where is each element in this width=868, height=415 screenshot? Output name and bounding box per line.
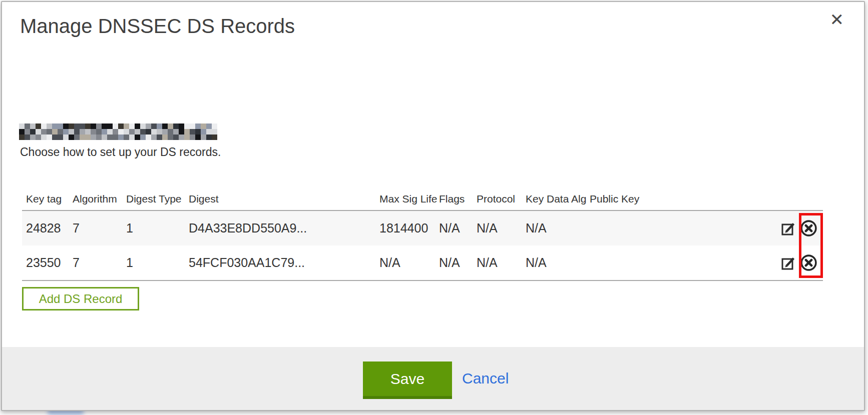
col-header-digest: Digest xyxy=(185,188,375,210)
delete-record-button[interactable] xyxy=(799,219,818,238)
cell-key-tag: 23550 xyxy=(22,246,69,280)
instruction-text: Choose how to set up your DS records. xyxy=(20,146,221,159)
circle-x-icon xyxy=(799,254,818,272)
cell-public-key xyxy=(586,210,774,246)
pencil-square-icon xyxy=(780,220,796,236)
cell-digest-type: 1 xyxy=(122,246,185,280)
cancel-link[interactable]: Cancel xyxy=(462,370,509,387)
cell-key-tag: 24828 xyxy=(22,210,69,246)
col-header-flags: Flags xyxy=(435,188,473,210)
cell-max-sig-life: N/A xyxy=(375,246,435,280)
modal-footer: Save Cancel xyxy=(2,347,864,410)
add-ds-record-button[interactable]: Add DS Record xyxy=(22,287,139,310)
table-row: 23550 7 1 54FCF030AA1C79... N/A N/A N/A … xyxy=(22,246,823,280)
col-header-algorithm: Algorithm xyxy=(69,188,122,210)
col-header-digest-type: Digest Type xyxy=(122,188,185,210)
row-action-icons xyxy=(778,254,818,272)
col-header-max-sig-life: Max Sig Life xyxy=(375,188,435,210)
cell-algorithm: 7 xyxy=(69,246,122,280)
col-header-protocol: Protocol xyxy=(473,188,522,210)
table-header-row: Key tag Algorithm Digest Type Digest Max… xyxy=(22,188,823,210)
col-header-actions xyxy=(774,188,823,210)
cell-key-data-alg: N/A xyxy=(522,210,586,246)
close-button[interactable]: ✕ xyxy=(830,11,844,28)
save-button[interactable]: Save xyxy=(363,362,452,399)
cell-algorithm: 7 xyxy=(69,210,122,246)
row-action-icons xyxy=(778,219,818,238)
edit-record-button[interactable] xyxy=(780,255,796,271)
cell-actions xyxy=(774,246,823,280)
cell-protocol: N/A xyxy=(473,246,522,280)
cell-max-sig-life: 1814400 xyxy=(375,210,435,246)
col-header-key-tag: Key tag xyxy=(22,188,69,210)
cell-flags: N/A xyxy=(435,246,473,280)
page-background: Manage DNSSEC DS Records ✕ Choose how to… xyxy=(0,0,868,415)
circle-x-icon xyxy=(799,219,818,238)
edit-record-button[interactable] xyxy=(780,220,796,236)
table-row: 24828 7 1 D4A33E8DD550A9... 1814400 N/A … xyxy=(22,210,823,246)
cell-key-data-alg: N/A xyxy=(522,246,586,280)
delete-record-button[interactable] xyxy=(799,254,818,272)
x-icon: ✕ xyxy=(830,10,844,29)
cell-actions xyxy=(774,210,823,246)
ds-records-table: Key tag Algorithm Digest Type Digest Max… xyxy=(22,188,823,281)
cell-digest-type: 1 xyxy=(122,210,185,246)
modal-title: Manage DNSSEC DS Records xyxy=(20,15,295,38)
dnssec-modal: Manage DNSSEC DS Records ✕ Choose how to… xyxy=(1,1,865,411)
cell-public-key xyxy=(586,246,774,280)
cell-protocol: N/A xyxy=(473,210,522,246)
cell-flags: N/A xyxy=(435,210,473,246)
pencil-square-icon xyxy=(780,255,796,271)
col-header-public-key: Public Key xyxy=(586,188,774,210)
cell-digest: D4A33E8DD550A9... xyxy=(185,210,375,246)
cell-digest: 54FCF030AA1C79... xyxy=(185,246,375,280)
col-header-key-data-alg: Key Data Alg xyxy=(522,188,586,210)
redacted-domain-name xyxy=(19,124,217,140)
